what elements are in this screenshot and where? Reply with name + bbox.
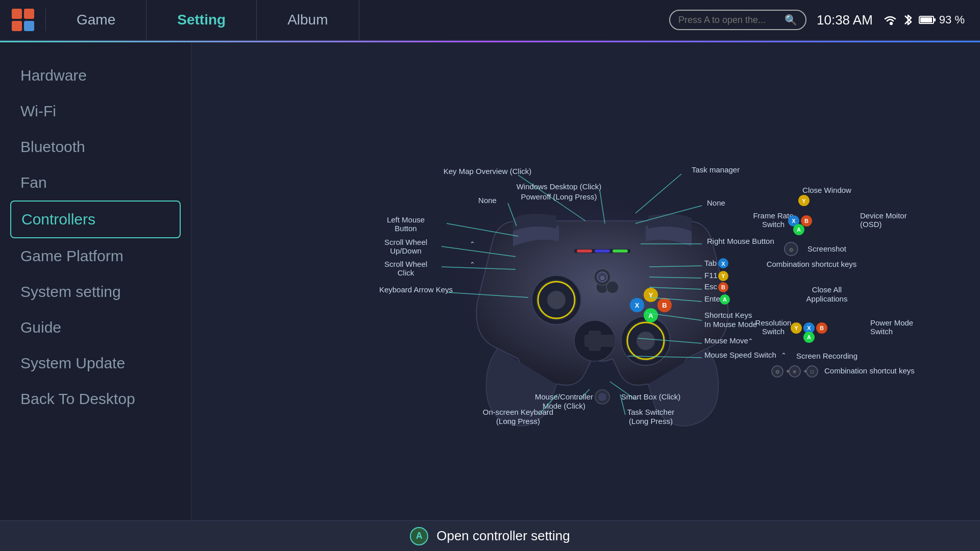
svg-line-82	[628, 356, 702, 358]
svg-line-34	[518, 175, 585, 221]
svg-text:None: None	[707, 198, 725, 207]
svg-text:Switch: Switch	[762, 327, 785, 336]
sidebar-item-wifi[interactable]: Wi-Fi	[0, 93, 191, 129]
main-layout: Hardware Wi-Fi Bluetooth Fan Controllers…	[0, 42, 980, 520]
svg-line-60	[649, 266, 702, 267]
svg-line-93	[620, 394, 625, 415]
svg-text:Resolution: Resolution	[755, 318, 792, 327]
svg-line-72	[649, 297, 702, 302]
svg-text:Up/Down: Up/Down	[390, 246, 422, 255]
svg-line-68	[649, 287, 702, 289]
svg-text:B: B	[804, 218, 808, 224]
topnav: Game Setting Album 🔍 10:38 AM 93 %	[0, 0, 980, 41]
tab-game[interactable]: Game	[46, 0, 146, 40]
svg-text:Screenshot: Screenshot	[807, 244, 847, 253]
bluetooth-icon	[903, 13, 913, 27]
svg-point-134	[806, 366, 818, 377]
svg-text:Button: Button	[395, 224, 416, 233]
svg-text:Task Switcher: Task Switcher	[627, 408, 675, 416]
sidebar-item-controllers[interactable]: Controllers	[10, 201, 181, 238]
svg-point-11	[636, 332, 655, 350]
svg-point-105	[793, 224, 804, 235]
svg-text:A: A	[807, 334, 811, 340]
svg-point-25	[594, 269, 610, 285]
svg-point-18	[644, 308, 658, 322]
svg-text:A: A	[797, 227, 801, 233]
svg-point-66	[718, 271, 728, 281]
topnav-right: 🔍 10:38 AM 93 %	[669, 10, 980, 30]
svg-point-24	[606, 281, 619, 293]
svg-point-103	[801, 215, 812, 227]
svg-text:Screen Recording: Screen Recording	[796, 352, 857, 360]
svg-text:X: X	[807, 325, 811, 331]
svg-point-128	[772, 366, 783, 377]
sidebar-item-hardware[interactable]: Hardware	[0, 58, 191, 93]
svg-point-5	[536, 280, 577, 320]
svg-line-79	[638, 338, 702, 343]
svg-text:Left Mouse: Left Mouse	[387, 215, 425, 224]
sidebar-item-system-update[interactable]: System Update	[0, 345, 191, 381]
svg-text:B: B	[662, 302, 667, 309]
svg-point-62	[718, 258, 728, 268]
svg-point-123	[803, 332, 815, 343]
svg-text:Key Map Overview (Click): Key Map Overview (Click)	[444, 167, 532, 176]
svg-text:Combination shortcut keys: Combination shortcut keys	[824, 366, 915, 375]
svg-text:Windows Desktop (Click): Windows Desktop (Click)	[517, 182, 602, 191]
svg-point-101	[788, 215, 799, 227]
search-box[interactable]: 🔍	[669, 10, 806, 30]
controller-diagram-svg: Y B X A ⊙	[191, 42, 980, 520]
svg-line-46	[442, 246, 516, 257]
svg-text:⊙: ⊙	[775, 369, 779, 374]
status-icons: 93 %	[883, 13, 965, 27]
sidebar: Hardware Wi-Fi Bluetooth Fan Controllers…	[0, 42, 191, 520]
svg-point-131	[789, 366, 800, 377]
svg-line-64	[649, 277, 702, 278]
svg-line-85	[579, 389, 590, 399]
sidebar-item-fan[interactable]: Fan	[0, 165, 191, 201]
tab-album[interactable]: Album	[257, 0, 359, 40]
svg-line-56	[635, 206, 702, 223]
bottom-action-label: Open controller setting	[436, 528, 570, 544]
svg-point-4	[532, 276, 581, 324]
svg-point-10	[627, 322, 664, 359]
logo-grid	[12, 9, 34, 31]
svg-text:Tab: Tab	[704, 259, 717, 267]
svg-rect-28	[574, 249, 630, 253]
sidebar-item-guide[interactable]: Guide	[0, 310, 191, 345]
svg-line-38	[600, 190, 605, 223]
sidebar-item-game-platform[interactable]: Game Platform	[0, 238, 191, 274]
battery-percent: 93 %	[939, 13, 965, 27]
svg-text:Switch: Switch	[870, 327, 893, 336]
search-icon: 🔍	[785, 14, 797, 26]
svg-text:+: +	[786, 367, 790, 375]
tab-setting[interactable]: Setting	[146, 0, 257, 40]
svg-text:Poweroff (Long Press): Poweroff (Long Press)	[521, 192, 597, 201]
svg-line-44	[508, 203, 517, 226]
sidebar-item-system-setting[interactable]: System setting	[0, 274, 191, 310]
svg-point-6	[538, 282, 575, 318]
search-input[interactable]	[678, 15, 780, 26]
svg-text:(Long Press): (Long Press)	[496, 417, 540, 425]
svg-text:Mouse Move: Mouse Move	[704, 336, 748, 345]
a-button[interactable]: A	[410, 527, 428, 545]
svg-text:None: None	[478, 196, 497, 205]
svg-line-36	[635, 174, 681, 213]
svg-rect-2	[934, 18, 936, 21]
svg-point-15	[644, 288, 658, 302]
svg-text:F11: F11	[704, 271, 718, 280]
sidebar-item-bluetooth[interactable]: Bluetooth	[0, 129, 191, 165]
svg-text:A: A	[723, 296, 727, 303]
svg-point-117	[791, 322, 802, 334]
svg-line-76	[646, 313, 702, 320]
svg-text:□: □	[811, 369, 814, 374]
svg-point-17	[630, 298, 644, 312]
sidebar-item-back-to-desktop[interactable]: Back To Desktop	[0, 381, 191, 417]
svg-text:Combination shortcut keys: Combination shortcut keys	[767, 260, 857, 268]
svg-point-74	[720, 294, 730, 305]
svg-rect-13	[589, 331, 601, 351]
svg-text:Y: Y	[721, 273, 725, 279]
svg-point-8	[621, 316, 670, 365]
time-display: 10:38 AM	[817, 12, 873, 28]
svg-text:(OSD): (OSD)	[860, 220, 882, 229]
svg-rect-30	[595, 249, 610, 253]
